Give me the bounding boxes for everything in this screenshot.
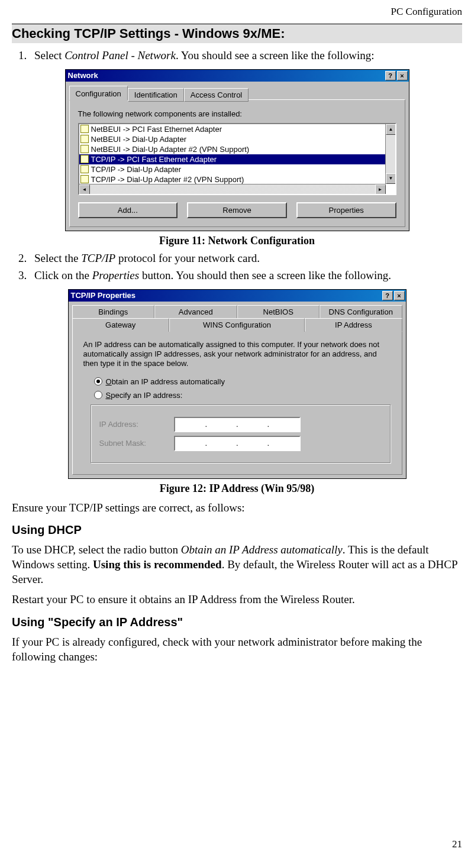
- tcpip-tabrow-top: Bindings Advanced NetBIOS DNS Configurat…: [72, 305, 402, 318]
- tab-configuration[interactable]: Configuration: [69, 86, 128, 101]
- ip-address-label: IP Address:: [99, 420, 164, 429]
- ip-address-field[interactable]: [174, 417, 301, 432]
- heading-specify: Using "Specify an IP Address": [12, 616, 462, 629]
- step-2: Select the TCP/IP protocol for your netw…: [30, 251, 462, 266]
- protocol-icon: [80, 155, 89, 163]
- tab-gateway[interactable]: Gateway: [72, 318, 169, 332]
- scroll-track[interactable]: [90, 184, 375, 194]
- figure-12-caption: Figure 12: IP Address (Win 95/98): [12, 482, 462, 495]
- step-1: Select Control Panel - Network. You shou…: [30, 48, 462, 63]
- protocol-icon: [80, 175, 89, 183]
- tcpip-tabrow-bottom: Gateway WINS Configuration IP Address: [72, 318, 402, 332]
- tab-advanced[interactable]: Advanced: [154, 305, 237, 318]
- tab-ip-address[interactable]: IP Address: [305, 318, 402, 332]
- radio-obtain-auto[interactable]: Obtain an IP address automatically: [94, 377, 391, 386]
- ip-description: An IP address can be automatically assig…: [83, 340, 391, 369]
- protocol-icon: [80, 135, 89, 143]
- list-item[interactable]: NetBEUI -> PCI Fast Ethernet Adapter: [79, 124, 395, 134]
- components-label: The following network components are ins…: [78, 109, 396, 118]
- tab-wins-configuration[interactable]: WINS Configuration: [169, 318, 305, 332]
- tab-netbios[interactable]: NetBIOS: [237, 305, 320, 318]
- scroll-up-icon[interactable]: ▲: [386, 124, 396, 135]
- help-button[interactable]: ?: [382, 291, 393, 300]
- network-title: Network: [68, 71, 384, 80]
- protocol-icon: [80, 125, 89, 133]
- scroll-right-icon[interactable]: ►: [375, 184, 386, 195]
- network-dialog: Network ? × Configuration Identification…: [65, 69, 409, 231]
- list-item[interactable]: TCP/IP -> Dial-Up Adapter: [79, 164, 395, 174]
- tab-bindings[interactable]: Bindings: [72, 305, 155, 318]
- tab-dns-configuration[interactable]: DNS Configuration: [320, 305, 402, 318]
- list-item[interactable]: NetBEUI -> Dial-Up Adapter #2 (VPN Suppo…: [79, 144, 395, 154]
- step-3: Click on the Properties button. You shou…: [30, 268, 462, 283]
- horizontal-scrollbar[interactable]: ◄ ►: [79, 184, 386, 194]
- header-section: PC Configuration: [12, 6, 462, 18]
- radio-icon: [94, 377, 102, 386]
- tcpip-titlebar: TCP/IP Properties ? ×: [69, 290, 406, 302]
- tcpip-dialog: TCP/IP Properties ? × Bindings Advanced …: [68, 289, 407, 479]
- subnet-mask-field[interactable]: [174, 436, 301, 451]
- tcpip-title: TCP/IP Properties: [71, 291, 381, 300]
- add-button[interactable]: Add...: [78, 202, 178, 218]
- components-listbox[interactable]: NetBEUI -> PCI Fast Ethernet Adapter Net…: [78, 123, 396, 195]
- subnet-mask-label: Subnet Mask:: [99, 439, 164, 448]
- ip-groupbox: IP Address: Subnet Mask:: [91, 404, 391, 464]
- properties-button[interactable]: Properties: [296, 202, 396, 218]
- help-button[interactable]: ?: [385, 71, 396, 80]
- figure-11-caption: Figure 11: Network Configuration: [12, 235, 462, 247]
- network-tabrow: Configuration Identification Access Cont…: [69, 85, 405, 100]
- close-button[interactable]: ×: [397, 71, 408, 80]
- scroll-down-icon[interactable]: ▼: [386, 173, 396, 184]
- dhcp-paragraph-2: Restart your PC to ensure it obtains an …: [12, 592, 462, 607]
- radio-specify[interactable]: Specify an IP address:: [94, 391, 391, 400]
- heading-dhcp: Using DHCP: [12, 523, 462, 537]
- tab-access-control[interactable]: Access Control: [184, 88, 249, 102]
- page-number: 21: [452, 838, 462, 850]
- scroll-track[interactable]: [386, 135, 395, 173]
- radio-icon: [94, 391, 102, 399]
- scroll-left-icon[interactable]: ◄: [79, 184, 90, 195]
- list-item[interactable]: NetBEUI -> Dial-Up Adapter: [79, 134, 395, 144]
- protocol-icon: [80, 145, 89, 153]
- specify-paragraph: If your PC is already configured, check …: [12, 635, 462, 664]
- list-item[interactable]: TCP/IP -> Dial-Up Adapter #2 (VPN Suppor…: [79, 174, 395, 184]
- close-button[interactable]: ×: [394, 291, 405, 300]
- page-heading: Checking TCP/IP Settings - Windows 9x/ME…: [12, 24, 462, 43]
- remove-button[interactable]: Remove: [187, 202, 287, 218]
- network-titlebar: Network ? ×: [66, 70, 409, 82]
- tab-identification[interactable]: Identification: [128, 88, 184, 102]
- protocol-icon: [80, 165, 89, 173]
- dhcp-paragraph-1: To use DHCP, select the radio button Obt…: [12, 543, 462, 587]
- list-item-selected[interactable]: TCP/IP -> PCI Fast Ethernet Adapter: [79, 154, 395, 164]
- ensure-paragraph: Ensure your TCP/IP settings are correct,…: [12, 501, 462, 516]
- vertical-scrollbar[interactable]: ▲ ▼: [385, 124, 395, 184]
